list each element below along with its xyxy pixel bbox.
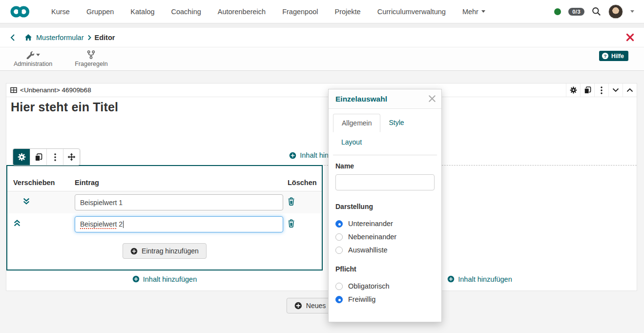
- question-circle-icon: ?: [602, 52, 609, 60]
- plus-circle-icon: [132, 275, 140, 283]
- administration-label: Administration: [14, 61, 52, 67]
- radio-checked-icon[interactable]: [335, 220, 343, 228]
- plus-circle-icon: [294, 302, 302, 310]
- frageregeln-button[interactable]: Frageregeln: [75, 50, 107, 67]
- trash-icon[interactable]: [283, 219, 295, 228]
- radio-unchecked-icon[interactable]: [335, 247, 343, 254]
- radio-unchecked-icon[interactable]: [335, 233, 343, 241]
- chevron-down-icon: [36, 54, 40, 56]
- dialog-tabs: Allgemein Style Layout: [329, 109, 441, 155]
- form-element-panel: <Unbenannt> 46909b68: [6, 83, 637, 291]
- nav-item-curriculumverwaltung[interactable]: Curriculumverwaltung: [369, 8, 454, 16]
- radio-option-obligatorisch[interactable]: Obligatorisch: [335, 282, 435, 290]
- plus-circle-icon: [447, 275, 455, 283]
- add-content-bottom-row: Inhalt hinzufügen Inhalt hinzufügen: [6, 270, 637, 291]
- nav-item-coaching[interactable]: Coaching: [163, 8, 209, 16]
- nav-item-fragenpool[interactable]: Fragenpool: [274, 8, 326, 16]
- table-row: Beispielwert 2: [7, 213, 322, 235]
- radio-checked-icon[interactable]: [335, 296, 343, 303]
- panel-action-bar: [566, 83, 637, 97]
- rules-fork-icon: [87, 50, 95, 59]
- add-entry-button[interactable]: Eintrag hinzufügen: [123, 243, 207, 259]
- breadcrumb-separator-icon: [87, 35, 91, 41]
- einzelauswahl-properties-dialog: Einzelauswahl Allgemein Style Layout Nam…: [328, 89, 442, 322]
- column-header-loeschen: Löschen: [283, 179, 317, 187]
- tab-layout[interactable]: Layout: [333, 132, 370, 152]
- radio-option-freiwillig[interactable]: Freiwillig: [335, 295, 435, 303]
- panel-more-kebab-icon[interactable]: [594, 83, 608, 97]
- svg-text:?: ?: [603, 53, 606, 59]
- nav-item-katalog[interactable]: Katalog: [122, 8, 163, 16]
- add-content-link-left[interactable]: Inhalt hinzufügen: [132, 275, 197, 283]
- entry-value-input[interactable]: [75, 194, 283, 210]
- move-down-chevrons-icon[interactable]: [22, 198, 30, 205]
- dialog-close-icon[interactable]: [428, 95, 436, 103]
- nav-item-projekte[interactable]: Projekte: [326, 8, 369, 16]
- darstellung-radio-group: Untereinander Nebeneinander Auswahlliste: [335, 220, 435, 254]
- editor-workspace: <Unbenannt> 46909b68: [0, 71, 644, 333]
- presence-status-dot: [554, 8, 561, 15]
- top-navbar: Kurse Gruppen Katalog Coaching Autorenbe…: [0, 0, 644, 23]
- table-row: [7, 191, 322, 213]
- tab-allgemein[interactable]: Allgemein: [333, 114, 380, 132]
- column-header-verschieben: Verschieben: [13, 179, 75, 187]
- trash-icon[interactable]: [283, 197, 295, 206]
- nav-item-autorenbereich[interactable]: Autorenbereich: [209, 8, 274, 16]
- radio-option-nebeneinander[interactable]: Nebeneinander: [335, 233, 435, 241]
- add-content-link-right[interactable]: Inhalt hinzufügen: [447, 275, 512, 283]
- plus-circle-icon: [289, 152, 296, 159]
- search-icon[interactable]: [592, 7, 601, 16]
- spacer: [0, 23, 644, 28]
- panel-expand-chevron-up-icon[interactable]: [623, 83, 637, 97]
- darstellung-label: Darstellung: [335, 203, 435, 210]
- nav-item-mehr[interactable]: Mehr: [454, 8, 494, 16]
- tab-style[interactable]: Style: [380, 114, 412, 132]
- task-counter-badge[interactable]: 0/3: [568, 8, 584, 16]
- breadcrumb-root-link[interactable]: Musterformular: [36, 34, 84, 42]
- topnav-right-cluster: 0/3: [554, 4, 634, 19]
- nav-item-gruppen[interactable]: Gruppen: [78, 8, 122, 16]
- breadcrumb: Musterformular Editor: [0, 28, 644, 47]
- help-label: Hilfe: [611, 53, 624, 60]
- help-button[interactable]: ? Hilfe: [599, 51, 628, 61]
- element-more-kebab-icon[interactable]: [46, 149, 63, 165]
- text-cursor: [123, 221, 124, 228]
- radio-option-untereinander[interactable]: Untereinander: [335, 220, 435, 228]
- panel-duplicate-icon[interactable]: [580, 83, 594, 97]
- close-editor-icon[interactable]: [626, 33, 634, 42]
- panel-settings-gear-icon[interactable]: [566, 83, 580, 97]
- main-nav: Kurse Gruppen Katalog Coaching Autorenbe…: [43, 8, 494, 16]
- breadcrumb-current: Editor: [95, 34, 115, 42]
- entry-value-input-focused[interactable]: Beispielwert 2: [75, 216, 283, 232]
- table-grid-icon: [10, 87, 17, 93]
- home-icon[interactable]: [24, 34, 32, 41]
- radio-unchecked-icon[interactable]: [335, 283, 343, 290]
- administration-menu-button[interactable]: Administration: [14, 50, 52, 67]
- element-header-bar: <Unbenannt> 46909b68: [6, 83, 637, 97]
- add-content-top-row: Inhalt hinzufügen: [6, 151, 637, 161]
- dialog-body: Name Darstellung Untereinander Nebeneina…: [329, 155, 441, 303]
- user-avatar[interactable]: [608, 4, 623, 19]
- add-entry-row: Eintrag hinzufügen: [7, 243, 322, 259]
- element-settings-gear-icon[interactable]: [13, 149, 30, 165]
- openolat-logo-icon[interactable]: [10, 5, 30, 18]
- page-title: Hier steht ein Titel: [6, 97, 637, 114]
- column-header-eintrag: Eintrag: [75, 179, 283, 187]
- dialog-title: Einzelauswahl: [335, 95, 387, 103]
- move-up-chevrons-icon[interactable]: [13, 220, 21, 227]
- user-menu-chevron-icon[interactable]: [630, 10, 634, 13]
- panel-collapse-chevron-down-icon[interactable]: [608, 83, 623, 97]
- chevron-down-icon: [481, 10, 485, 13]
- back-chevron-icon[interactable]: [10, 34, 16, 42]
- frageregeln-label: Frageregeln: [75, 61, 107, 67]
- selected-element-box[interactable]: Verschieben Eintrag Löschen: [6, 165, 323, 271]
- name-input[interactable]: [335, 174, 435, 190]
- element-duplicate-icon[interactable]: [30, 149, 46, 165]
- element-header-title: <Unbenannt> 46909b68: [20, 86, 91, 94]
- element-move-icon[interactable]: [63, 149, 80, 165]
- dialog-header: Einzelauswahl: [329, 89, 441, 109]
- radio-option-auswahlliste[interactable]: Auswahlliste: [335, 246, 435, 254]
- editor-toolbar: Administration Frageregeln ? Hilfe: [0, 47, 644, 71]
- nav-item-kurse[interactable]: Kurse: [43, 8, 78, 16]
- entry-table-header: Verschieben Eintrag Löschen: [7, 166, 322, 191]
